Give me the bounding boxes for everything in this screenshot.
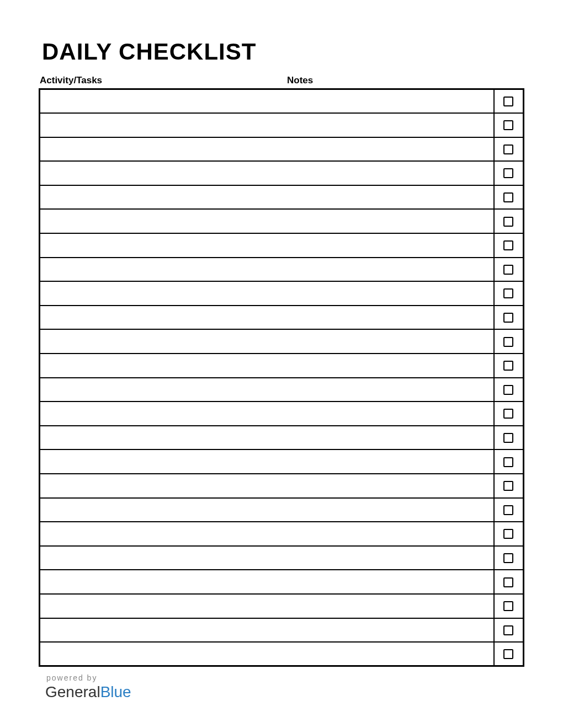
- checkbox-icon[interactable]: [503, 337, 513, 347]
- notes-cell[interactable]: [285, 89, 494, 114]
- activity-cell[interactable]: [40, 594, 285, 618]
- checkbox-icon[interactable]: [503, 505, 513, 515]
- activity-cell[interactable]: [40, 306, 285, 330]
- notes-cell[interactable]: [285, 642, 494, 666]
- notes-cell[interactable]: [285, 258, 494, 282]
- activity-cell[interactable]: [40, 329, 285, 354]
- check-cell: [494, 233, 524, 258]
- notes-cell[interactable]: [285, 498, 494, 522]
- checkbox-icon[interactable]: [503, 385, 513, 395]
- table-row: [40, 498, 524, 522]
- notes-cell[interactable]: [285, 329, 494, 354]
- check-cell: [494, 618, 524, 643]
- notes-cell[interactable]: [285, 522, 494, 546]
- activity-cell[interactable]: [40, 449, 285, 474]
- check-cell: [494, 498, 524, 522]
- activity-cell[interactable]: [40, 426, 285, 450]
- activity-cell[interactable]: [40, 522, 285, 546]
- notes-cell[interactable]: [285, 618, 494, 643]
- checkbox-icon[interactable]: [503, 649, 513, 659]
- notes-cell[interactable]: [285, 281, 494, 306]
- activity-cell[interactable]: [40, 570, 285, 594]
- notes-cell[interactable]: [285, 161, 494, 185]
- checkbox-icon[interactable]: [503, 409, 513, 419]
- activity-cell[interactable]: [40, 642, 285, 666]
- table-row: [40, 594, 524, 618]
- notes-cell[interactable]: [285, 594, 494, 618]
- notes-cell[interactable]: [285, 354, 494, 378]
- activity-cell[interactable]: [40, 113, 285, 137]
- check-cell: [494, 642, 524, 666]
- checkbox-icon[interactable]: [503, 529, 513, 539]
- activity-cell[interactable]: [40, 618, 285, 643]
- checkbox-icon[interactable]: [503, 168, 513, 178]
- table-row: [40, 474, 524, 498]
- check-cell: [494, 209, 524, 233]
- activity-cell[interactable]: [40, 378, 285, 402]
- checkbox-icon[interactable]: [503, 457, 513, 467]
- activity-cell[interactable]: [40, 89, 285, 114]
- table-header-row: Activity/Tasks Notes: [39, 75, 524, 86]
- activity-cell[interactable]: [40, 281, 285, 306]
- powered-by-label: powered by: [46, 673, 524, 682]
- table-row: [40, 137, 524, 162]
- checkbox-icon[interactable]: [503, 192, 513, 202]
- activity-cell[interactable]: [40, 185, 285, 210]
- header-activity: Activity/Tasks: [39, 75, 287, 86]
- notes-cell[interactable]: [285, 402, 494, 426]
- check-cell: [494, 113, 524, 137]
- checkbox-icon[interactable]: [503, 433, 513, 443]
- table-row: [40, 522, 524, 546]
- table-row: [40, 642, 524, 666]
- check-cell: [494, 329, 524, 354]
- check-cell: [494, 137, 524, 162]
- checkbox-icon[interactable]: [503, 481, 513, 491]
- notes-cell[interactable]: [285, 137, 494, 162]
- checkbox-icon[interactable]: [503, 240, 513, 250]
- notes-cell[interactable]: [285, 233, 494, 258]
- activity-cell[interactable]: [40, 233, 285, 258]
- checkbox-icon[interactable]: [503, 120, 513, 130]
- activity-cell[interactable]: [40, 209, 285, 233]
- checkbox-icon[interactable]: [503, 313, 513, 323]
- checkbox-icon[interactable]: [503, 361, 513, 371]
- notes-cell[interactable]: [285, 474, 494, 498]
- activity-cell[interactable]: [40, 546, 285, 570]
- table-row: [40, 449, 524, 474]
- check-cell: [494, 449, 524, 474]
- checkbox-icon[interactable]: [503, 217, 513, 227]
- checkbox-icon[interactable]: [503, 144, 513, 154]
- checkbox-icon[interactable]: [503, 625, 513, 635]
- activity-cell[interactable]: [40, 474, 285, 498]
- table-row: [40, 258, 524, 282]
- table-row: [40, 185, 524, 210]
- notes-cell[interactable]: [285, 209, 494, 233]
- notes-cell[interactable]: [285, 185, 494, 210]
- activity-cell[interactable]: [40, 354, 285, 378]
- checkbox-icon[interactable]: [503, 288, 513, 298]
- activity-cell[interactable]: [40, 498, 285, 522]
- notes-cell[interactable]: [285, 570, 494, 594]
- activity-cell[interactable]: [40, 402, 285, 426]
- notes-cell[interactable]: [285, 378, 494, 402]
- activity-cell[interactable]: [40, 258, 285, 282]
- notes-cell[interactable]: [285, 449, 494, 474]
- checkbox-icon[interactable]: [503, 97, 513, 106]
- checkbox-icon[interactable]: [503, 265, 513, 275]
- table-row: [40, 329, 524, 354]
- activity-cell[interactable]: [40, 137, 285, 162]
- brand-part1: General: [45, 683, 100, 700]
- notes-cell[interactable]: [285, 546, 494, 570]
- checkbox-icon[interactable]: [503, 553, 513, 563]
- notes-cell[interactable]: [285, 306, 494, 330]
- checkbox-icon[interactable]: [503, 577, 513, 587]
- check-cell: [494, 426, 524, 450]
- notes-cell[interactable]: [285, 113, 494, 137]
- table-row: [40, 378, 524, 402]
- checkbox-icon[interactable]: [503, 601, 513, 611]
- activity-cell[interactable]: [40, 161, 285, 185]
- notes-cell[interactable]: [285, 426, 494, 450]
- check-cell: [494, 474, 524, 498]
- brand-part2: Blue: [100, 683, 131, 700]
- check-cell: [494, 402, 524, 426]
